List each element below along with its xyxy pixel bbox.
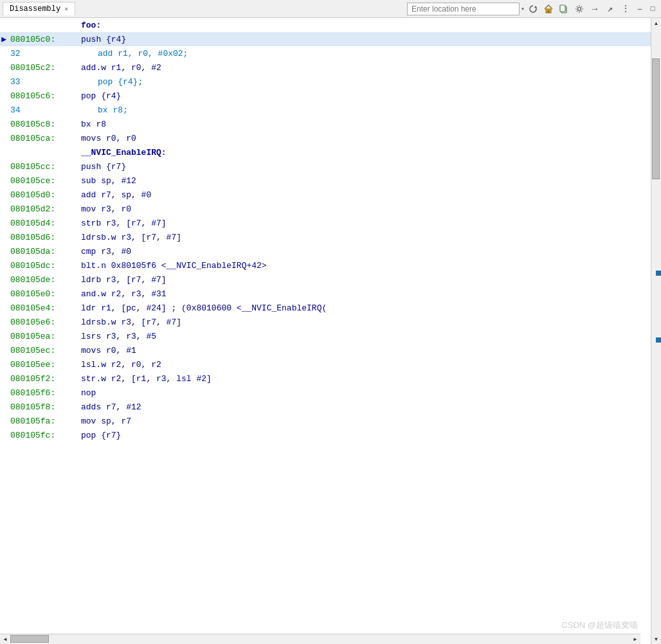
more-btn[interactable]: ⋮ [619, 2, 633, 16]
row-addr: 080105c2: [8, 60, 78, 75]
table-row[interactable]: 080105c8: bx r8 [0, 117, 651, 131]
table-row[interactable]: 080105ca: movs r0, r0 [0, 131, 651, 145]
row-code: str.w r2, [r1, r3, lsl #2] [78, 371, 651, 386]
table-row[interactable]: 080105fa: mov sp, r7 [0, 414, 651, 428]
row-code: lsl.w r2, r0, r2 [78, 357, 651, 371]
row-indicator [0, 414, 8, 428]
row-indicator [0, 343, 8, 357]
table-row[interactable]: 080105dc: blt.n 0x80105f6 <__NVIC_Enable… [0, 258, 651, 273]
row-indicator [0, 315, 8, 329]
table-row[interactable]: 080105cc: push {r7} [0, 159, 651, 174]
vscroll-up-btn[interactable]: ▲ [651, 18, 662, 28]
table-row[interactable]: 080105ea: lsrs r3, r3, #5 [0, 329, 651, 343]
table-row[interactable]: 080105c6: pop {r4} [0, 89, 651, 103]
row-indicator [0, 89, 8, 103]
row-code: cmp r3, #0 [78, 244, 651, 258]
hscroll-thumb[interactable] [10, 635, 49, 643]
tab-label: Disassembly [10, 4, 60, 13]
row-addr: 080105ec: [8, 343, 78, 357]
copy-btn[interactable] [557, 2, 571, 16]
table-row[interactable]: 080105e4: ldr r1, [pc, #24] ; (0x8010600… [0, 301, 651, 315]
tab-bar: Disassembly ✕ [3, 2, 75, 15]
row-addr: 080105c6: [8, 89, 78, 103]
row-addr: 080105c8: [8, 117, 78, 131]
table-row[interactable]: 080105d2: mov r3, r0 [0, 202, 651, 216]
settings-btn[interactable] [572, 2, 586, 16]
hscroll-bar[interactable]: ◀ ▶ [0, 634, 640, 644]
location-input[interactable] [407, 3, 520, 15]
row-indicator [0, 244, 8, 258]
toolbar: ▾ → ↗ ⋮ — □ [407, 2, 658, 16]
row-code: blt.n 0x80105f6 <__NVIC_EnableIRQ+42> [78, 258, 651, 273]
hscroll-left-btn[interactable]: ◀ [0, 634, 10, 645]
hscroll-right-btn[interactable]: ▶ [630, 634, 640, 645]
table-row[interactable]: ▶ 080105c0: push {r4} [0, 32, 651, 46]
table-row[interactable]: 080105d6: ldrsb.w r3, [r7, #7] [0, 230, 651, 244]
row-code: nop [78, 386, 651, 400]
table-row[interactable]: 080105e6: ldrsb.w r3, [r7, #7] [0, 315, 651, 329]
row-indicator [0, 117, 8, 131]
row-code: bx r8 [78, 117, 651, 131]
row-indicator [0, 386, 8, 400]
row-indicator [0, 159, 8, 174]
svg-rect-4 [560, 5, 565, 12]
row-addr: 080105ce: [8, 174, 78, 188]
table-row[interactable]: 080105ec: movs r0, #1 [0, 343, 651, 357]
refresh-btn[interactable] [526, 2, 540, 16]
disassembly-tab[interactable]: Disassembly ✕ [3, 2, 75, 15]
row-indicator [0, 400, 8, 414]
vscroll-thumb-track[interactable] [651, 28, 661, 634]
row-indicator [0, 371, 8, 386]
table-row[interactable]: 32 add r1, r0, #0x02; [0, 46, 651, 60]
row-code: movs r0, #1 [78, 343, 651, 357]
table-row[interactable]: 080105fc: pop {r7} [0, 428, 651, 442]
row-indicator [0, 357, 8, 371]
row-indicator [0, 60, 8, 75]
row-code: lsrs r3, r3, #5 [78, 329, 651, 343]
table-row[interactable]: 080105de: ldrb r3, [r7, #7] [0, 273, 651, 287]
table-row[interactable]: 080105ee: lsl.w r2, r0, r2 [0, 357, 651, 371]
row-addr: 080105d0: [8, 188, 78, 202]
table-row[interactable]: 080105c2: add.w r1, r0, #2 [0, 60, 651, 75]
row-indicator [0, 301, 8, 315]
external-btn[interactable]: ↗ [603, 2, 617, 16]
table-row[interactable]: __NVIC_EnableIRQ: [0, 145, 651, 159]
row-code: strb r3, [r7, #7] [78, 216, 651, 230]
row-indicator [0, 145, 8, 159]
row-addr: 080105f8: [8, 400, 78, 414]
table-row[interactable]: foo: [0, 18, 651, 32]
row-indicator [0, 428, 8, 442]
table-row[interactable]: 080105da: cmp r3, #0 [0, 244, 651, 258]
table-row[interactable]: 080105d0: add r7, sp, #0 [0, 188, 651, 202]
row-indicator: ▶ [0, 32, 8, 46]
svg-rect-2 [548, 10, 550, 13]
row-code: ldrsb.w r3, [r7, #7] [78, 230, 651, 244]
minimize-btn[interactable]: — [634, 3, 646, 15]
table-row[interactable]: 080105d4: strb r3, [r7, #7] [0, 216, 651, 230]
forward-btn[interactable]: → [588, 2, 602, 16]
table-row[interactable]: 080105f2: str.w r2, [r1, r3, lsl #2] [0, 371, 651, 386]
tab-close-icon[interactable]: ✕ [64, 5, 68, 13]
table-row[interactable]: 080105e0: and.w r2, r3, #31 [0, 287, 651, 301]
title-bar: Disassembly ✕ ▾ → ↗ ⋮ — □ [0, 0, 661, 18]
vscroll-thumb[interactable] [652, 58, 660, 179]
vscroll-down-btn[interactable]: ▼ [651, 634, 662, 644]
row-addr: 080105d4: [8, 216, 78, 230]
row-indicator [0, 230, 8, 244]
home-btn[interactable] [541, 2, 556, 16]
maximize-btn[interactable]: □ [647, 3, 658, 15]
table-row[interactable]: 080105f8: adds r7, #12 [0, 400, 651, 414]
row-addr: 080105fc: [8, 428, 78, 442]
hscroll-track[interactable] [10, 634, 630, 644]
row-indicator [0, 216, 8, 230]
table-row[interactable]: 34 bx r8; [0, 103, 651, 117]
table-row[interactable]: 080105ce: sub sp, #12 [0, 174, 651, 188]
row-addr: 080105ea: [8, 329, 78, 343]
table-row[interactable]: 080105f6: nop [0, 386, 651, 400]
row-code: foo: [78, 18, 651, 32]
svg-point-5 [578, 7, 581, 10]
row-code: pop {r4} [78, 89, 651, 103]
table-row[interactable]: 33 pop {r4}; [0, 75, 651, 89]
row-addr: 080105d6: [8, 230, 78, 244]
row-indicator [0, 103, 8, 117]
